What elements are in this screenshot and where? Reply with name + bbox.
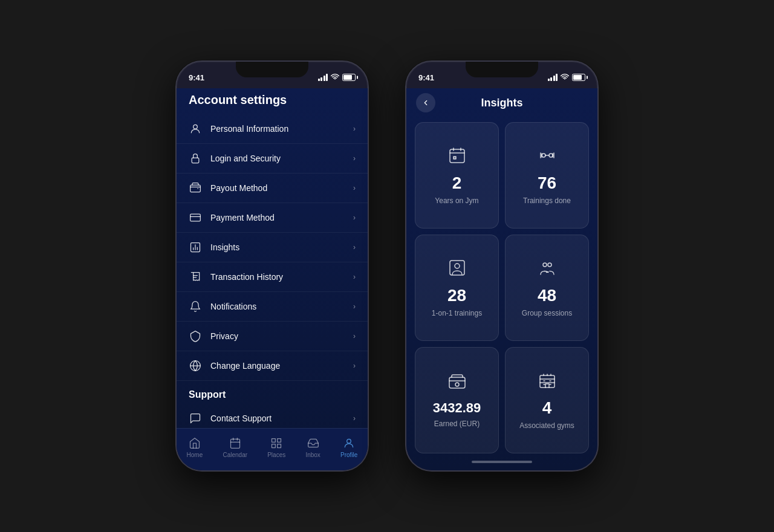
svg-rect-24 bbox=[540, 375, 554, 388]
menu-item-contact-support[interactable]: Contact Support › bbox=[177, 404, 368, 428]
status-icons-right bbox=[548, 74, 586, 82]
card-value-trainings: 76 bbox=[538, 174, 556, 193]
svg-point-0 bbox=[194, 125, 198, 129]
chevron-icon: › bbox=[353, 414, 356, 423]
message-icon bbox=[189, 412, 202, 425]
menu-label-payout-method: Payout Method bbox=[210, 183, 345, 193]
svg-rect-11 bbox=[278, 438, 281, 442]
person-board-icon bbox=[447, 258, 467, 280]
battery-icon bbox=[342, 74, 356, 81]
card-value-years: 2 bbox=[452, 174, 462, 193]
menu-item-login-security[interactable]: Login and Security › bbox=[177, 144, 368, 174]
svg-point-17 bbox=[549, 154, 553, 157]
menu-item-personal-info[interactable]: Personal Information › bbox=[177, 114, 368, 144]
insights-grid: 2 Years on Jym 76 Trainings done bbox=[406, 120, 597, 456]
card-value-gyms: 4 bbox=[542, 398, 552, 418]
menu-label-change-language: Change Language bbox=[210, 361, 345, 371]
nav-label-profile: Profile bbox=[340, 452, 357, 458]
wifi-icon-right bbox=[561, 74, 569, 82]
card-label-one-on-one: 1-on-1 trainings bbox=[432, 309, 482, 317]
support-section-divider: Support bbox=[177, 381, 368, 404]
menu-label-privacy: Privacy bbox=[210, 331, 345, 341]
notch-right bbox=[466, 62, 538, 77]
money-icon bbox=[447, 372, 467, 394]
menu-label-personal-info: Personal Information bbox=[210, 124, 345, 134]
signal-icon bbox=[318, 74, 328, 81]
wifi-icon bbox=[331, 74, 339, 82]
menu-item-insights[interactable]: Insights › bbox=[177, 233, 368, 262]
nav-item-home[interactable]: Home bbox=[187, 436, 203, 458]
building-icon bbox=[538, 371, 557, 392]
account-settings-title: Account settings bbox=[177, 88, 368, 114]
signal-icon-right bbox=[548, 74, 558, 81]
card-years-on-jym: 2 Years on Jym bbox=[415, 122, 499, 229]
status-time-left: 9:41 bbox=[189, 73, 204, 82]
chevron-icon: › bbox=[353, 302, 356, 311]
menu-item-change-language[interactable]: Change Language › bbox=[177, 351, 368, 381]
credit-card-icon bbox=[189, 211, 202, 224]
card-label-earned: Earned (EUR) bbox=[434, 420, 480, 428]
shield-icon bbox=[189, 329, 202, 343]
bottom-nav: Home Calendar Places Inbox bbox=[177, 428, 368, 470]
svg-rect-10 bbox=[272, 438, 276, 442]
svg-rect-12 bbox=[272, 444, 276, 447]
nav-label-calendar: Calendar bbox=[223, 452, 247, 458]
receipt-icon bbox=[189, 270, 202, 284]
card-value-one-on-one: 28 bbox=[447, 286, 466, 305]
menu-item-payout-method[interactable]: Payout Method › bbox=[177, 174, 368, 203]
menu-list: Personal Information › Login and Securit… bbox=[177, 114, 368, 428]
menu-item-transaction-history[interactable]: Transaction History › bbox=[177, 262, 368, 292]
svg-rect-15 bbox=[450, 149, 464, 163]
svg-rect-18 bbox=[450, 261, 464, 275]
chevron-icon: › bbox=[353, 154, 356, 163]
lock-icon bbox=[189, 152, 202, 165]
svg-rect-3 bbox=[190, 214, 201, 221]
back-button[interactable] bbox=[416, 93, 435, 112]
svg-point-14 bbox=[347, 439, 351, 443]
nav-item-inbox[interactable]: Inbox bbox=[305, 436, 320, 458]
support-section-label: Support bbox=[189, 389, 226, 400]
chevron-icon: › bbox=[353, 125, 356, 133]
home-indicator-right bbox=[472, 461, 532, 463]
svg-point-16 bbox=[542, 154, 545, 157]
svg-rect-1 bbox=[192, 158, 199, 163]
menu-label-contact-support: Contact Support bbox=[210, 414, 345, 423]
chevron-icon: › bbox=[353, 184, 356, 192]
insights-page-title: Insights bbox=[435, 97, 568, 109]
right-phone: 9:41 Insights bbox=[405, 60, 599, 472]
card-value-earned: 3432.89 bbox=[433, 400, 481, 416]
chevron-icon: › bbox=[353, 332, 356, 340]
inbox-icon bbox=[307, 436, 320, 450]
chevron-icon: › bbox=[353, 213, 356, 222]
svg-point-23 bbox=[455, 383, 459, 386]
globe-icon bbox=[189, 359, 202, 372]
menu-item-privacy[interactable]: Privacy › bbox=[177, 322, 368, 351]
card-associated-gyms: 4 Associated gyms bbox=[505, 347, 589, 453]
svg-point-21 bbox=[548, 263, 551, 267]
menu-label-notifications: Notifications bbox=[210, 302, 345, 311]
card-trainings-done: 76 Trainings done bbox=[505, 122, 589, 229]
menu-item-notifications[interactable]: Notifications › bbox=[177, 292, 368, 322]
calendar-badge-icon bbox=[447, 146, 467, 167]
card-label-years: Years on Jym bbox=[435, 196, 478, 205]
nav-item-calendar[interactable]: Calendar bbox=[223, 436, 247, 458]
chevron-icon: › bbox=[353, 273, 356, 281]
nav-label-inbox: Inbox bbox=[305, 452, 320, 458]
status-time-right: 9:41 bbox=[418, 73, 434, 82]
insights-header: Insights bbox=[406, 88, 597, 120]
chevron-icon: › bbox=[353, 362, 356, 370]
dumbbell-icon bbox=[538, 146, 557, 167]
chart-icon bbox=[189, 241, 202, 254]
notch bbox=[236, 62, 308, 77]
nav-item-profile[interactable]: Profile bbox=[340, 436, 357, 458]
svg-rect-6 bbox=[230, 439, 239, 448]
menu-label-login-security: Login and Security bbox=[210, 154, 345, 163]
card-one-on-one: 28 1-on-1 trainings bbox=[415, 235, 499, 341]
user-icon bbox=[189, 122, 202, 135]
nav-label-places: Places bbox=[267, 452, 285, 458]
menu-label-transaction-history: Transaction History bbox=[210, 272, 345, 282]
nav-item-places[interactable]: Places bbox=[267, 436, 285, 458]
menu-item-payment-method[interactable]: Payment Method › bbox=[177, 203, 368, 233]
account-screen: Account settings Personal Information › … bbox=[177, 88, 368, 470]
card-earned-eur: 3432.89 Earned (EUR) bbox=[415, 347, 499, 453]
